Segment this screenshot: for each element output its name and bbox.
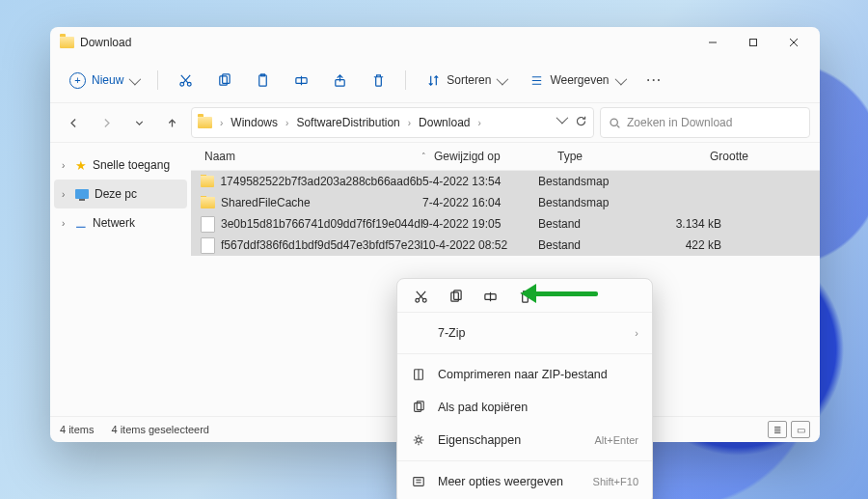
table-row[interactable]: f567ddf386f6d1bdf9d5d47e3bfdf57e23bba837… (191, 235, 820, 256)
search-input[interactable]: Zoeken in Download (600, 107, 810, 138)
rename-button[interactable] (284, 65, 318, 96)
titlebar: Download (50, 27, 820, 58)
scissors-icon (177, 72, 193, 88)
sort-button[interactable]: Sorteren (416, 65, 515, 96)
svg-rect-1 (750, 40, 757, 46)
trash-icon (370, 72, 386, 88)
more-button[interactable]: ··· (637, 65, 672, 96)
view-icon (529, 72, 544, 88)
view-button[interactable]: Weergeven (519, 65, 633, 96)
folder-icon (198, 117, 212, 128)
breadcrumb-item[interactable]: Download (415, 114, 474, 131)
chevron-down-icon (129, 72, 142, 85)
details-view-button[interactable]: ≣ (768, 421, 787, 438)
address-row: › Windows › SoftwareDistribution › Downl… (50, 103, 820, 143)
svg-point-20 (415, 298, 419, 302)
copy-path-icon (411, 401, 426, 414)
chevron-down-icon (614, 72, 627, 85)
toolbar: + Nieuw Sorteren Weergeven ··· (50, 58, 820, 103)
table-row[interactable]: 3e0b15d81b766741d09dd7f6f19e044db3625c29… (191, 213, 820, 235)
forward-button[interactable] (93, 109, 120, 136)
svg-point-18 (610, 119, 617, 125)
sidebar-item-quick-access[interactable]: › ★ Snelle toegang (54, 151, 187, 180)
chevron-down-icon (497, 72, 509, 85)
cut-button[interactable] (413, 289, 428, 304)
selection-count: 4 items geselecteerd (111, 424, 209, 435)
copy-button[interactable] (448, 289, 463, 304)
share-icon (332, 72, 347, 88)
file-icon (201, 216, 215, 233)
svg-point-5 (187, 82, 191, 86)
svg-point-32 (417, 438, 420, 442)
search-icon (609, 117, 621, 129)
rename-button[interactable] (482, 289, 498, 304)
network-icon: ⚊ (75, 216, 87, 231)
svg-rect-33 (414, 478, 424, 486)
folder-icon (201, 176, 214, 187)
sidebar: › ★ Snelle toegang › Deze pc › ⚊ Netwerk (50, 143, 191, 416)
properties-icon (411, 433, 426, 447)
minimize-button[interactable] (692, 27, 733, 58)
table-row[interactable]: SharedFileCache7-4-2022 16:04Bestandsmap (191, 192, 820, 213)
chevron-right-icon: › (62, 160, 69, 171)
svg-point-4 (180, 82, 184, 86)
more-icon (411, 475, 426, 488)
recent-button[interactable] (125, 109, 152, 136)
zip-icon (411, 368, 426, 381)
sidebar-item-this-pc[interactable]: › Deze pc (54, 180, 187, 208)
svg-point-21 (422, 298, 426, 302)
share-button[interactable] (322, 65, 357, 96)
paste-button[interactable] (245, 65, 280, 96)
table-row[interactable]: 1749582522b7f3ad203a288cb66aad6b5-4-2022… (191, 171, 820, 192)
chevron-right-icon: › (62, 218, 69, 229)
breadcrumb-item[interactable]: Windows (227, 114, 282, 131)
ctx-item-compress[interactable]: Comprimeren naar ZIP-bestand (397, 358, 652, 391)
chevron-right-icon: › (62, 189, 69, 200)
delete-button[interactable] (361, 65, 395, 96)
rename-icon (293, 72, 309, 88)
svg-line-19 (617, 125, 619, 126)
refresh-button[interactable] (575, 115, 587, 130)
window-title: Download (80, 36, 131, 49)
column-headers[interactable]: Naam˄ Gewijzigd op Type Grootte (191, 143, 820, 171)
copy-icon (216, 72, 231, 88)
maximize-button[interactable] (733, 27, 773, 58)
breadcrumb[interactable]: › Windows › SoftwareDistribution › Downl… (191, 107, 594, 138)
ellipsis-icon: ··· (647, 73, 663, 87)
folder-icon (201, 197, 215, 208)
sort-caret-icon: ˄ (421, 152, 426, 161)
sidebar-item-network[interactable]: › ⚊ Netwerk (54, 208, 187, 237)
back-button[interactable] (60, 109, 87, 136)
svg-rect-10 (259, 74, 267, 85)
chevron-right-icon: › (635, 327, 638, 339)
ctx-item-more-options[interactable]: Meer opties weergeven Shift+F10 (397, 465, 652, 498)
new-button[interactable]: + Nieuw (60, 65, 148, 96)
ctx-item-7zip[interactable]: 7-Zip › (397, 317, 652, 349)
ctx-item-properties[interactable]: Eigenschappen Alt+Enter (397, 424, 652, 457)
breadcrumb-item[interactable]: SoftwareDistribution (292, 114, 403, 131)
monitor-icon (75, 189, 89, 199)
item-count: 4 items (60, 424, 94, 435)
star-icon: ★ (75, 158, 87, 173)
up-button[interactable] (158, 109, 185, 136)
icons-view-button[interactable]: ▭ (791, 421, 810, 438)
sort-icon (425, 72, 441, 88)
folder-icon (60, 37, 74, 48)
plus-icon: + (69, 72, 86, 89)
delete-button[interactable] (517, 289, 532, 304)
chevron-down-icon[interactable] (556, 112, 569, 125)
context-menu: 7-Zip › Comprimeren naar ZIP-bestand Als… (396, 278, 653, 499)
clipboard-icon (255, 72, 270, 88)
file-icon (201, 237, 215, 254)
close-button[interactable] (773, 27, 814, 58)
ctx-item-copy-path[interactable]: Als pad kopiëren (397, 391, 652, 424)
cut-button[interactable] (168, 65, 203, 96)
copy-button[interactable] (206, 65, 241, 96)
